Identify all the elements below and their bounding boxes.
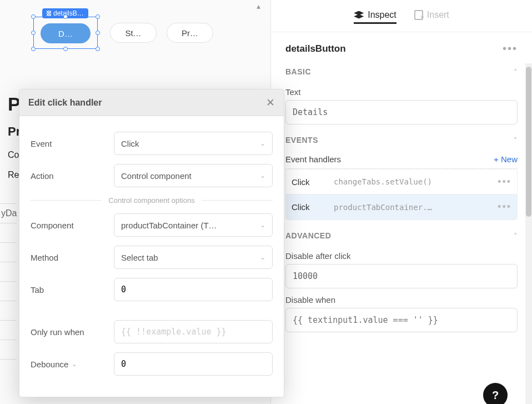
action-select[interactable]: Control component ⌄ bbox=[114, 164, 273, 187]
disable-when-input[interactable] bbox=[285, 308, 518, 332]
handler-more-icon[interactable]: ••• bbox=[498, 201, 511, 213]
chevron-up-icon: ˄ bbox=[514, 136, 518, 144]
underlay-row-1: Co bbox=[8, 150, 19, 160]
modal-title: Edit click handler bbox=[28, 98, 102, 108]
help-fab[interactable]: ? bbox=[483, 383, 508, 404]
chevron-up-icon: ˄ bbox=[514, 232, 518, 240]
label-action: Action bbox=[31, 171, 114, 181]
handler-row[interactable]: Click changeTabs.setValue() ••• bbox=[285, 169, 518, 194]
inspector-tabs: Inspect Insert bbox=[271, 0, 532, 32]
tab-inspect[interactable]: Inspect bbox=[354, 8, 397, 24]
section-basic-toggle[interactable]: BASIC ˄ bbox=[285, 67, 518, 81]
close-icon[interactable]: ✕ bbox=[266, 96, 275, 109]
section-events-toggle[interactable]: EVENTS ˄ bbox=[285, 136, 518, 149]
options-divider: Control component options bbox=[108, 196, 194, 205]
details-button[interactable]: D… bbox=[41, 23, 91, 43]
section-advanced-toggle[interactable]: ADVANCED ˄ bbox=[285, 231, 518, 245]
only-run-when-input[interactable] bbox=[114, 320, 273, 343]
chevron-down-icon: ⌄ bbox=[260, 139, 265, 147]
table-fragment: yDa bbox=[0, 203, 17, 378]
label-tab: Tab bbox=[31, 285, 114, 295]
label-component: Component bbox=[31, 221, 114, 230]
selected-component-tag-text: detailsB… bbox=[53, 9, 84, 17]
handler-row[interactable]: Click productTabContainer.… ••• bbox=[285, 194, 518, 220]
disable-after-input[interactable] bbox=[285, 264, 518, 288]
text-input[interactable] bbox=[285, 100, 518, 124]
drag-handle-icon[interactable] bbox=[47, 11, 51, 16]
label-event: Event bbox=[31, 139, 114, 148]
underlay-row-2: Re bbox=[8, 170, 19, 180]
chevron-down-icon: ⌄ bbox=[260, 172, 265, 179]
scrollbar-thumb[interactable] bbox=[526, 67, 531, 217]
layers-icon bbox=[354, 11, 364, 19]
event-select[interactable]: Click ⌄ bbox=[114, 132, 273, 155]
resize-handle[interactable] bbox=[31, 14, 36, 19]
field-label-disable-when: Disable when bbox=[285, 295, 518, 305]
chevron-down-icon: ⌄ bbox=[260, 221, 265, 229]
resize-handle[interactable] bbox=[31, 31, 36, 35]
canvas-button-2[interactable]: St… bbox=[110, 23, 157, 43]
tab-input[interactable] bbox=[114, 278, 273, 301]
component-more-icon[interactable]: ••• bbox=[503, 42, 518, 55]
debounce-input[interactable] bbox=[114, 352, 273, 376]
tab-insert[interactable]: Insert bbox=[414, 10, 449, 22]
edit-handler-modal: Edit click handler ✕ Event Click ⌄ Actio… bbox=[19, 89, 284, 397]
label-method: Method bbox=[31, 253, 114, 262]
inspector-panel: Inspect Insert detailsButton ••• BASIC ˄… bbox=[271, 0, 532, 404]
component-name[interactable]: detailsButton bbox=[285, 43, 346, 54]
chevron-up-icon: ˄ bbox=[514, 68, 518, 76]
canvas-button-3[interactable]: Pr… bbox=[167, 23, 213, 43]
add-handler-button[interactable]: + New bbox=[494, 154, 518, 164]
field-label-text: Text bbox=[285, 87, 518, 97]
selection-box[interactable]: D… bbox=[33, 17, 98, 49]
handler-more-icon[interactable]: ••• bbox=[498, 176, 511, 188]
chevron-down-icon[interactable]: ⌄ bbox=[72, 361, 77, 368]
resize-handle[interactable] bbox=[31, 47, 36, 51]
label-debounce: Debounce ⌄ bbox=[31, 360, 114, 369]
event-handlers-label: Event handlers bbox=[285, 154, 341, 164]
resize-handle[interactable] bbox=[63, 14, 68, 19]
field-label-disable-after: Disable after click bbox=[285, 251, 518, 261]
resize-handle[interactable] bbox=[96, 47, 100, 51]
resize-handle[interactable] bbox=[96, 31, 100, 35]
insert-icon bbox=[414, 10, 423, 20]
label-only-run-when: Only run when bbox=[31, 327, 114, 337]
resize-handle[interactable] bbox=[96, 14, 100, 19]
component-select[interactable]: productTabContainer (T… ⌄ bbox=[114, 213, 273, 237]
method-select[interactable]: Select tab ⌄ bbox=[114, 246, 273, 269]
resize-handle[interactable] bbox=[63, 47, 68, 51]
chevron-down-icon: ⌄ bbox=[260, 253, 265, 261]
